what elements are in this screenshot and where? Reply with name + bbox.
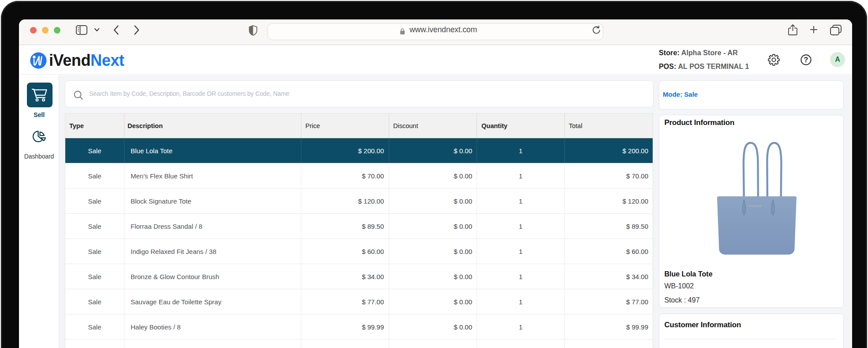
svg-text:?: ? [804, 56, 808, 64]
svg-text:kate spade: kate spade [748, 204, 761, 208]
